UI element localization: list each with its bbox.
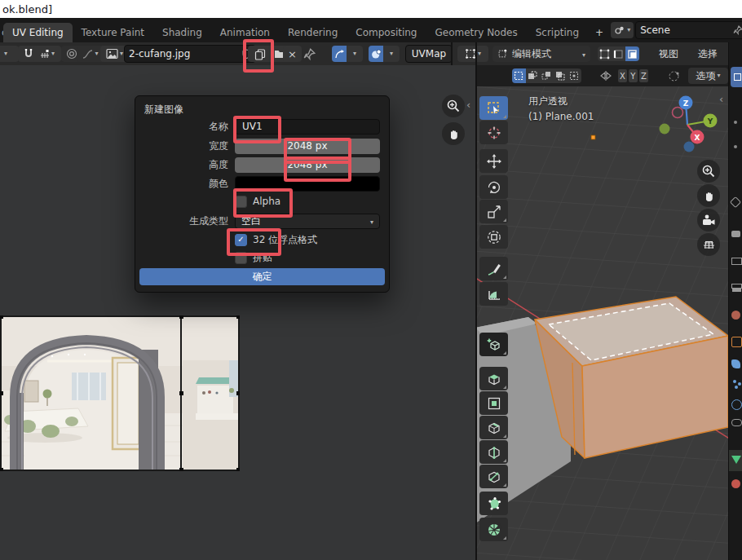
tab-tool-icon[interactable] bbox=[730, 196, 741, 208]
generated-type-dropdown[interactable]: 空白 bbox=[235, 214, 380, 229]
tab-constraints-icon[interactable] bbox=[731, 419, 742, 426]
mirror-x-button[interactable]: X bbox=[618, 69, 627, 82]
tool-scale[interactable] bbox=[479, 200, 508, 223]
tool-bevel[interactable] bbox=[479, 416, 508, 439]
menu-select[interactable]: 选择 bbox=[691, 47, 724, 61]
tab-modifier-icon[interactable] bbox=[731, 359, 740, 368]
height-slider[interactable]: 2048 px bbox=[235, 157, 380, 173]
selected-mesh-plane001[interactable] bbox=[535, 297, 728, 458]
tab-object-icon[interactable] bbox=[731, 337, 742, 347]
vp-ortho-toggle-button[interactable] bbox=[697, 233, 720, 256]
color-swatch[interactable] bbox=[235, 176, 380, 192]
tab-physics-icon[interactable] bbox=[731, 399, 742, 410]
uv-zoom-button[interactable] bbox=[442, 95, 465, 117]
tool-inset-faces[interactable] bbox=[479, 391, 508, 415]
add-workspace-button[interactable]: + bbox=[588, 23, 611, 42]
tool-select-box[interactable] bbox=[479, 96, 508, 120]
mode-dropdown[interactable]: 编辑模式 bbox=[492, 46, 590, 62]
select-op-intersect-button[interactable] bbox=[568, 68, 581, 83]
tab-animation[interactable]: Animation bbox=[211, 23, 279, 42]
alpha-row: Alpha bbox=[135, 193, 389, 209]
uv-region-collapse-arrow[interactable]: ‹ bbox=[466, 99, 470, 111]
uv-sync-dropdown[interactable] bbox=[347, 46, 363, 62]
properties-active-tool-tab[interactable] bbox=[731, 67, 742, 87]
mirror-toggle[interactable] bbox=[599, 69, 612, 82]
uv-map-field[interactable]: UVMap bbox=[405, 45, 453, 63]
tool-move[interactable] bbox=[479, 149, 508, 173]
pin-icon[interactable] bbox=[733, 25, 742, 35]
tool-loop-cut[interactable] bbox=[479, 440, 508, 464]
scale-icon bbox=[486, 204, 502, 220]
display-channels-button[interactable] bbox=[369, 46, 383, 62]
tool-measure[interactable] bbox=[479, 282, 508, 306]
gizmo-neg-x-ball[interactable] bbox=[673, 108, 683, 118]
vp-camera-view-button[interactable] bbox=[697, 209, 720, 231]
vp-region-collapse-arrow[interactable]: ‹ bbox=[719, 93, 723, 105]
tool-knife[interactable] bbox=[479, 465, 508, 488]
alpha-checkbox[interactable] bbox=[235, 196, 247, 208]
vertex-select-button[interactable] bbox=[598, 46, 612, 61]
image-name-field[interactable]: 2-cufang.jpg bbox=[124, 45, 256, 63]
uv-sync-button[interactable] bbox=[332, 46, 347, 62]
tool-spin[interactable] bbox=[479, 518, 508, 541]
tab-rendering[interactable]: Rendering bbox=[279, 23, 347, 42]
tab-render-icon[interactable] bbox=[731, 231, 740, 237]
menu-view[interactable]: 视图 bbox=[652, 47, 685, 61]
face-select-button[interactable] bbox=[625, 46, 639, 61]
tool-annotate[interactable] bbox=[479, 257, 508, 280]
select-op-set-button[interactable] bbox=[512, 68, 526, 83]
height-row: 高度 2048 px bbox=[135, 157, 389, 173]
tool-transform[interactable] bbox=[479, 225, 508, 249]
scene-browse-button[interactable] bbox=[611, 22, 634, 38]
tab-shading[interactable]: Shading bbox=[153, 23, 211, 42]
tool-add-cube[interactable] bbox=[479, 333, 508, 356]
snap-mode-dropdown[interactable] bbox=[33, 46, 61, 62]
tab-compositing[interactable]: Compositing bbox=[347, 23, 426, 42]
float32-checkbox[interactable] bbox=[235, 234, 247, 246]
tab-texture-paint[interactable]: Texture Paint bbox=[73, 23, 153, 42]
mode-icon-dropdown[interactable] bbox=[457, 46, 488, 62]
tab-particles-icon[interactable] bbox=[733, 380, 736, 383]
display-channels-dropdown[interactable] bbox=[383, 46, 400, 62]
tool-cursor[interactable] bbox=[479, 121, 508, 144]
tab-world-icon[interactable] bbox=[731, 311, 740, 320]
scene-name-field[interactable]: Scene bbox=[635, 21, 742, 39]
tiled-checkbox[interactable] bbox=[235, 252, 247, 264]
tab-uv-editing[interactable]: UV Editing bbox=[3, 23, 73, 42]
select-op-invert-button[interactable] bbox=[554, 68, 568, 83]
tab-view-layer-icon[interactable] bbox=[731, 284, 742, 289]
tab-output-icon[interactable] bbox=[731, 258, 742, 265]
ok-label: 确定 bbox=[253, 270, 272, 284]
vp-pan-button[interactable] bbox=[697, 184, 720, 207]
edge-select-button[interactable] bbox=[612, 46, 625, 61]
uv-pan-button[interactable] bbox=[442, 122, 465, 145]
name-input[interactable]: UV1 bbox=[235, 119, 380, 134]
select-op-subtract-button[interactable] bbox=[540, 68, 554, 83]
tab-object-data-icon[interactable] bbox=[731, 456, 741, 464]
navigation-gizmo[interactable]: Z Y X bbox=[654, 88, 729, 163]
transform-icon bbox=[486, 229, 502, 245]
ok-button[interactable]: 确定 bbox=[139, 268, 385, 285]
width-slider[interactable]: 2048 px bbox=[235, 139, 380, 154]
editor-separator[interactable] bbox=[475, 42, 477, 560]
vp-zoom-button[interactable] bbox=[697, 160, 720, 183]
tab-scripting[interactable]: Scripting bbox=[527, 23, 588, 42]
editor-type-dropdown[interactable] bbox=[0, 46, 19, 62]
pin-id-button[interactable] bbox=[303, 48, 316, 60]
tool-rotate[interactable] bbox=[479, 175, 508, 199]
select-op-extend-button[interactable] bbox=[526, 68, 540, 83]
unlink-image-button[interactable] bbox=[283, 46, 302, 62]
gizmo-neg-y-ball[interactable] bbox=[660, 124, 670, 134]
uv-image-canvas[interactable] bbox=[0, 315, 240, 471]
mirror-y-button[interactable]: Y bbox=[629, 69, 638, 82]
tab-material-icon[interactable] bbox=[731, 479, 740, 488]
zoom-in-icon bbox=[701, 164, 716, 179]
tool-extrude-region[interactable] bbox=[479, 367, 508, 390]
options-dropdown[interactable]: 选项 bbox=[688, 68, 728, 84]
tab-geometry-nodes[interactable]: Geometry Nodes bbox=[426, 23, 526, 42]
mirror-z-button[interactable]: Z bbox=[639, 69, 648, 82]
camera-icon bbox=[701, 214, 716, 227]
gizmo-neg-z-ball[interactable] bbox=[684, 142, 695, 152]
correct-face-attributes-toggle[interactable] bbox=[668, 70, 680, 82]
tool-poly-build[interactable] bbox=[479, 492, 508, 515]
